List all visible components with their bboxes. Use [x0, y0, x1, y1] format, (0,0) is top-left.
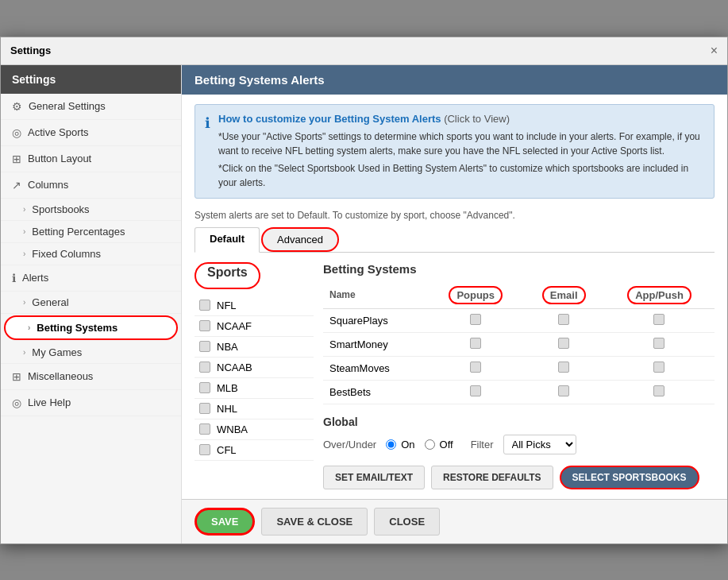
mlb-checkbox[interactable] [199, 382, 210, 393]
checkbox[interactable] [558, 362, 569, 373]
row-bestbets-email[interactable] [523, 380, 604, 404]
sport-label-ncaab: NCAAB [217, 362, 252, 373]
col-apppush: App/Push [604, 282, 715, 309]
sport-label-ncaaf: NCAAF [217, 320, 252, 332]
sidebar-item-fixed-columns[interactable]: › Fixed Columns [1, 243, 181, 265]
betting-column: Betting Systems Name Popups [323, 262, 715, 489]
checkbox[interactable] [470, 362, 481, 373]
betting-systems-title: Betting Systems [323, 262, 715, 276]
row-squareplays-popups[interactable] [428, 308, 523, 332]
sidebar-item-my-games[interactable]: › My Games [1, 342, 181, 364]
tab-advanced[interactable]: Advanced [261, 227, 339, 252]
select-sportsbooks-button[interactable]: SELECT SPORTSBOOKS [560, 466, 699, 489]
sidebar-item-sportsbooks[interactable]: › Sportsbooks [1, 199, 181, 221]
checkbox[interactable] [558, 385, 569, 396]
checkbox[interactable] [470, 338, 481, 349]
set-email-button[interactable]: SET EMAIL/TEXT [323, 466, 425, 489]
sports-column: Sports NFL NCAAF NBA [195, 262, 314, 489]
sidebar-item-label: Fixed Columns [32, 248, 101, 260]
sport-label-nhl: NHL [217, 403, 237, 415]
restore-defaults-button[interactable]: RESTORE DEFAULTS [431, 466, 553, 489]
filter-select[interactable]: All PicksHomeAwayFavoriteUnderdog [503, 435, 576, 454]
checkbox[interactable] [653, 362, 664, 373]
row-smartmoney-apppush[interactable] [604, 332, 715, 356]
sidebar-item-betting-systems[interactable]: › Betting Systems [4, 315, 178, 340]
modal-titlebar: Settings × [1, 37, 727, 65]
over-under-label: Over/Under [323, 439, 376, 450]
close-button[interactable]: CLOSE [374, 508, 440, 536]
sidebar-item-betting-percentages[interactable]: › Betting Percentages [1, 221, 181, 243]
dot-icon: › [23, 348, 25, 357]
sidebar-item-label: Button Layout [28, 153, 91, 164]
info-link[interactable]: How to customize your Betting System Ale… [218, 113, 441, 125]
sport-item-nfl[interactable]: NFL [195, 296, 314, 316]
ncaab-checkbox[interactable] [199, 362, 210, 373]
radio-on[interactable] [386, 439, 396, 450]
sport-item-nba[interactable]: NBA [195, 337, 314, 358]
tab-default[interactable]: Default [195, 227, 260, 253]
sport-item-mlb[interactable]: MLB [195, 378, 314, 399]
info-click-text: (Click to View) [444, 113, 510, 125]
checkbox[interactable] [558, 338, 569, 349]
modal-footer: SAVE SAVE & CLOSE CLOSE [182, 499, 727, 543]
action-buttons: SET EMAIL/TEXT RESTORE DEFAULTS SELECT S… [323, 466, 715, 489]
layout-icon: ⊞ [12, 153, 21, 165]
info-link-row: How to customize your Betting System Ale… [218, 113, 704, 125]
gear-icon: ⚙ [12, 100, 22, 113]
checkbox[interactable] [653, 338, 664, 349]
sidebar-item-columns[interactable]: ↗ Columns [1, 172, 181, 199]
sidebar-item-label: Active Sports [28, 126, 89, 138]
dot-icon: › [23, 249, 25, 258]
sport-item-ncaab[interactable]: NCAAB [195, 358, 314, 378]
sidebar-item-button-layout[interactable]: ⊞ Button Layout [1, 146, 181, 172]
sport-item-nhl[interactable]: NHL [195, 399, 314, 420]
nfl-checkbox[interactable] [199, 300, 210, 311]
row-smartmoney-popups[interactable] [428, 332, 523, 356]
close-x-button[interactable]: × [711, 44, 718, 58]
cfl-checkbox[interactable] [199, 444, 210, 455]
tab-content: Sports NFL NCAAF NBA [182, 253, 727, 499]
row-bestbets-apppush[interactable] [604, 380, 715, 404]
radio-off[interactable] [425, 439, 435, 450]
row-squareplays-email[interactable] [523, 308, 604, 332]
sidebar-item-general-settings[interactable]: ⚙ General Settings [1, 94, 181, 120]
row-steammoves-popups[interactable] [428, 356, 523, 380]
col-name: Name [323, 282, 428, 309]
sidebar-item-alerts[interactable]: ℹ Alerts [1, 265, 181, 292]
info-box-content: How to customize your Betting System Ale… [218, 113, 704, 190]
checkbox[interactable] [470, 314, 481, 325]
modal-body: Settings ⚙ General Settings ◎ Active Spo… [1, 65, 727, 543]
table-row: SteamMoves [323, 356, 715, 380]
row-bestbets-popups[interactable] [428, 380, 523, 404]
nba-checkbox[interactable] [199, 341, 210, 352]
nhl-checkbox[interactable] [199, 403, 210, 414]
checkbox[interactable] [653, 314, 664, 325]
sidebar-item-miscellaneous[interactable]: ⊞ Miscellaneous [1, 364, 181, 390]
wnba-checkbox[interactable] [199, 423, 210, 435]
checkbox[interactable] [653, 385, 664, 396]
settings-modal: Settings × Settings ⚙ General Settings ◎… [0, 37, 728, 544]
table-row: SmartMoney [323, 332, 715, 356]
radio-off-label: Off [440, 439, 453, 450]
system-notice: System alerts are set to Default. To cus… [182, 205, 727, 227]
row-steammoves-apppush[interactable] [604, 356, 715, 380]
sports-icon: ◎ [12, 126, 21, 139]
save-close-button[interactable]: SAVE & CLOSE [261, 508, 368, 536]
sport-item-cfl[interactable]: CFL [195, 440, 314, 461]
row-smartmoney-email[interactable] [523, 332, 604, 356]
sidebar-item-active-sports[interactable]: ◎ Active Sports [1, 120, 181, 146]
checkbox[interactable] [470, 385, 481, 396]
checkbox[interactable] [558, 314, 569, 325]
dot-icon: › [23, 227, 25, 236]
sport-item-ncaaf[interactable]: NCAAF [195, 316, 314, 337]
row-steammoves-email[interactable] [523, 356, 604, 380]
email-header-circled: Email [542, 286, 586, 304]
sport-item-wnba[interactable]: WNBA [195, 420, 314, 440]
row-bestbets-name: BestBets [323, 380, 428, 404]
sidebar-item-general[interactable]: › General [1, 292, 181, 314]
sidebar-item-live-help[interactable]: ◎ Live Help [1, 390, 181, 416]
modal-title: Settings [10, 44, 51, 56]
save-button[interactable]: SAVE [195, 508, 255, 536]
ncaaf-checkbox[interactable] [199, 320, 210, 331]
row-squareplays-apppush[interactable] [604, 308, 715, 332]
